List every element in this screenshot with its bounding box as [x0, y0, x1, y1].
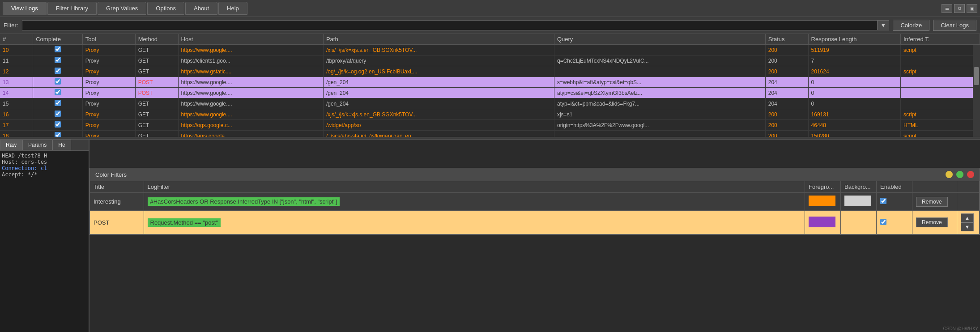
cf-remove-btn-2[interactable]: Remove: [916, 217, 948, 227]
log-table-row[interactable]: 15 Proxy GET https://www.google.... /gen…: [0, 98, 980, 109]
colorize-button[interactable]: Colorize: [893, 20, 929, 31]
log-table-row[interactable]: 14 Proxy POST https://www.google.... /ge…: [0, 88, 980, 98]
checkbox-complete[interactable]: [55, 46, 61, 52]
clear-logs-button[interactable]: Clear Logs: [933, 20, 976, 31]
cell-inferred: HTML: [900, 120, 980, 131]
log-table-row[interactable]: 11 Proxy GET https://clients1.goo... /tb…: [0, 55, 980, 66]
win-restore-btn[interactable]: ⧉: [954, 4, 965, 13]
tab-params[interactable]: Params: [22, 140, 52, 150]
filter-input[interactable]: [22, 20, 878, 30]
checkbox-complete[interactable]: [55, 111, 61, 117]
cf-col-header-action: [912, 181, 957, 193]
col-header-resplen: Response Length: [808, 34, 900, 45]
tab-view-logs[interactable]: View Logs: [3, 2, 47, 15]
cf-enabled-checkbox-1[interactable]: [880, 198, 886, 204]
cell-query: [554, 66, 765, 77]
cf-move-up-btn-2[interactable]: ▲: [961, 213, 974, 222]
cf-enabled-checkbox-2[interactable]: [880, 219, 886, 225]
cf-cell-bg-2[interactable]: [841, 211, 877, 234]
cf-fg-swatch-1[interactable]: [809, 196, 835, 206]
tab-raw[interactable]: Raw: [0, 140, 22, 150]
log-table-row[interactable]: 10 Proxy GET https://www.google.... /xjs…: [0, 45, 980, 55]
cf-col-header-title: Title: [90, 181, 144, 193]
tab-grep-values[interactable]: Grep Values: [98, 2, 146, 15]
cf-row-post: POST Request.Method == "post" Remove: [90, 211, 980, 234]
col-header-path: Path: [323, 34, 554, 45]
cf-cell-bg-1[interactable]: [841, 193, 877, 211]
log-table-row[interactable]: 16 Proxy GET https://www.google.... /xjs…: [0, 109, 980, 120]
log-table-body: 10 Proxy GET https://www.google.... /xjs…: [0, 45, 980, 137]
cf-row-interesting: Interesting #HasCorsHeaders OR Response.…: [90, 193, 980, 211]
cell-query: q=Chc2LjEuMTcxNS4xNDQyL2VulC...: [554, 55, 765, 66]
filter-dropdown-btn[interactable]: ▼: [878, 20, 889, 30]
cell-num: 14: [0, 88, 33, 98]
cf-remove-btn-1[interactable]: Remove: [916, 197, 948, 207]
cf-col-header-enabled: Enabled: [877, 181, 912, 193]
cf-cell-fg-2[interactable]: [805, 211, 841, 234]
cf-minimize-btn[interactable]: [946, 171, 953, 178]
checkbox-complete[interactable]: [55, 78, 61, 85]
checkbox-complete[interactable]: [55, 89, 61, 95]
cell-resplen: 0: [808, 77, 900, 88]
cell-status: 204: [765, 98, 808, 109]
tab-headers[interactable]: He: [52, 140, 71, 150]
cell-resplen: 0: [808, 98, 900, 109]
checkbox-complete[interactable]: [55, 121, 61, 128]
cf-col-header-fg: Foregro...: [805, 181, 841, 193]
checkbox-complete[interactable]: [55, 57, 61, 63]
color-filters-panel: Color Filters Title LogFilter Foregro...…: [89, 168, 980, 235]
tab-help[interactable]: Help: [218, 2, 247, 15]
cf-fg-swatch-2[interactable]: [809, 217, 835, 227]
log-scrollbar-thumb[interactable]: [974, 67, 979, 85]
cell-resplen: 7: [808, 55, 900, 66]
cell-host: https://ogs.google.c...: [178, 120, 323, 131]
cell-path: /gen_204: [323, 98, 554, 109]
tab-options[interactable]: Options: [147, 2, 184, 15]
cf-window-controls: [946, 171, 974, 178]
win-image-btn[interactable]: ▣: [967, 4, 977, 13]
cell-path: /xjs/_/js/k=xjs.s.en_GB.SGXnk5TOV...: [323, 45, 554, 55]
log-table-row[interactable]: 18 Proxy GET https://apis.google.... /_/…: [0, 131, 980, 137]
log-scrollbar[interactable]: [973, 45, 980, 137]
cf-titlebar: Color Filters: [90, 168, 980, 181]
cell-host: https://www.gstatic....: [178, 66, 323, 77]
cell-num: 15: [0, 98, 33, 109]
cell-method: POST: [135, 77, 178, 88]
cf-maximize-btn[interactable]: [956, 171, 963, 178]
cf-move-down-btn-2[interactable]: ▼: [961, 222, 974, 231]
cell-method: GET: [135, 98, 178, 109]
cell-path: /gen_204: [323, 88, 554, 98]
cf-bg-swatch-1[interactable]: [844, 196, 871, 206]
col-header-inferred: Inferred T.: [900, 34, 980, 45]
cell-inferred: [900, 77, 980, 88]
cell-status: 200: [765, 109, 808, 120]
cell-tool: Proxy: [82, 88, 135, 98]
cell-num: 11: [0, 55, 33, 66]
cell-complete: [33, 66, 83, 77]
cell-status: 200: [765, 66, 808, 77]
log-table-row[interactable]: 17 Proxy GET https://ogs.google.c... /wi…: [0, 120, 980, 131]
tab-filter-library[interactable]: Filter Library: [47, 2, 97, 15]
win-menu-btn[interactable]: ☰: [942, 4, 952, 13]
cell-num: 17: [0, 120, 33, 131]
log-table-row[interactable]: 13 Proxy POST https://www.google.... /ge…: [0, 77, 980, 88]
checkbox-complete[interactable]: [55, 100, 61, 106]
cf-cell-fg-1[interactable]: [805, 193, 841, 211]
content-line-4: Accept: */*: [2, 171, 87, 178]
log-table-row[interactable]: 12 Proxy GET https://www.gstatic.... /og…: [0, 66, 980, 77]
cell-method: POST: [135, 88, 178, 98]
cell-query: origin=https%3A%2F%2Fwww.googl...: [554, 120, 765, 131]
checkbox-complete[interactable]: [55, 132, 61, 137]
cell-inferred: script: [900, 66, 980, 77]
tab-about[interactable]: About: [185, 2, 217, 15]
cell-inferred: script: [900, 45, 980, 55]
cell-tool: Proxy: [82, 109, 135, 120]
log-table-wrap: # Complete Tool Method Host Path Query S…: [0, 34, 980, 137]
cf-bg-swatch-2[interactable]: [844, 217, 871, 227]
cf-cell-enabled-1: [877, 193, 912, 211]
cf-close-btn[interactable]: [967, 171, 974, 178]
cell-method: GET: [135, 55, 178, 66]
checkbox-complete[interactable]: [55, 68, 61, 74]
cell-num: 16: [0, 109, 33, 120]
cell-host: https://www.google....: [178, 98, 323, 109]
